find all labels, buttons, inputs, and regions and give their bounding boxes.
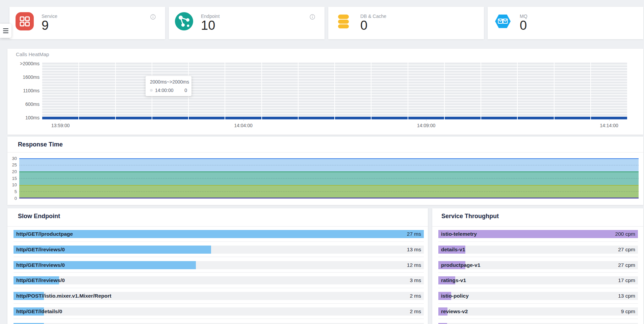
response-time-y-label: 0 [7,196,17,201]
response-time-y-label: 20 [7,169,17,174]
heatmap-x-label: 14:14:00 [589,123,629,128]
heatmap-x-label: 13:59:00 [40,123,81,128]
service-row: reviews-v29 cpm [438,307,638,316]
service-card-value: 9 [42,18,49,33]
heatmap-column-gap [298,63,299,119]
endpoint-row: http/GET//productpage27 ms [14,230,424,238]
service-card: Service 9 [9,7,165,39]
heatmap-y-label: 600ms [7,101,40,107]
bar-value: 3 ms [410,276,421,284]
slow-endpoint-rows: http/GET//productpage27 mshttp/GET//revi… [14,230,424,324]
response-time-title: Response Time [18,141,63,148]
service-throughput-title: Service Throughput [441,213,499,220]
endpoint-row: http/GET//reviews/012 ms [14,261,424,269]
response-time-y-label: 30 [7,156,17,161]
endpoint-network-icon [175,12,193,30]
bar-value: 9 cpm [621,307,635,316]
divider [7,226,428,227]
bar-value: 13 ms [407,246,421,254]
bar-label: details-v1 [441,246,465,254]
axis-tick [60,120,61,121]
bar [14,230,424,238]
info-icon[interactable] [150,14,156,20]
heatmap-column-gap [115,63,116,119]
service-grid-icon [16,12,34,30]
service-row: istio-telemetry200 cpm [438,230,638,238]
bar-value: 13 cpm [618,292,635,300]
response-time-y-label: 25 [7,162,17,167]
bar-label: http/GET//reviews/0 [16,261,65,269]
tooltip-time: 14:00:00 [155,88,174,93]
slow-endpoint-title: Slow Endpoint [18,213,60,220]
calls-heatmap-title: Calls HeatMap [16,51,49,57]
heatmap-y-label: >2000ms [7,61,40,66]
dashboard-page: { "page": { "background": "#eef0f3" }, "… [0,0,644,324]
gridline [19,191,639,192]
database-icon [334,12,353,30]
tooltip-bucket-range: 2000ms~>2000ms [150,79,187,85]
tooltip-series-dot [150,89,153,92]
tooltip-value: 0 [184,88,187,93]
endpoint-row: http/POST//istio.mixer.v1.Mixer/Report2 … [14,292,424,300]
menu-toggle-button[interactable] [0,24,11,38]
gridline [19,165,639,165]
service-row: productpage-v127 cpm [438,261,638,269]
endpoint-row: http/GET//details/02 ms [14,307,424,316]
slow-endpoint-panel: Slow Endpoint http/GET//productpage27 ms… [7,208,428,324]
baseline [19,198,639,199]
response-time-y-label: 15 [7,176,17,181]
gridline [19,178,639,179]
endpoint-card-value: 10 [201,18,215,33]
axis-tick [426,120,427,121]
response-time-y-label: 5 [7,189,17,194]
bar-track [438,307,638,316]
heatmap-column-gap [590,63,591,119]
bar-value: 27 ms [407,230,421,238]
bar-label: http/GET//reviews/0 [16,246,65,254]
bar-label: istio-policy [441,292,469,300]
heatmap-column-gap [554,63,555,119]
bar-value: 2 ms [410,307,421,316]
bar-track [14,276,424,284]
bar-label: productpage-v1 [441,261,480,269]
bar-label: http/GET//productpage [16,230,73,238]
bar-label: ratings-v1 [441,276,466,284]
service-throughput-panel: Service Throughput istio-telemetry200 cp… [432,208,643,324]
mq-card: MQ 0 [488,7,643,39]
axis-tick [243,120,244,121]
axis-tick [609,120,610,121]
heatmap-x-label: 14:09:00 [406,123,446,128]
heatmap-x-label: 14:04:00 [223,123,264,128]
heatmap-column-gap [78,63,79,119]
heatmap-tooltip: 2000ms~>2000ms 14:00:00 0 [146,76,191,96]
heatmap-column-gap [444,63,445,119]
calls-heatmap-panel: Calls HeatMap 2000ms~>2000ms 14:00:00 0 … [7,49,643,135]
bar-label: istio-telemetry [441,230,477,238]
bar-label: http/GET//reviews/0 [16,276,65,284]
heatmap-column-gap [481,63,481,119]
response-time-plot[interactable] [19,158,639,198]
mq-card-value: 0 [520,18,527,33]
db-cache-card-value: 0 [360,18,367,33]
bar-label: http/GET//details/0 [16,307,62,316]
stat-cards-row: Service 9 Endpoint 10 [9,7,643,39]
heatmap-column-gap [261,63,262,119]
heatmap-column-gap [334,63,335,119]
info-icon[interactable] [310,14,315,20]
service-throughput-rows: istio-telemetry200 cpmdetails-v127 cpmpr… [438,230,638,324]
bar-track [438,246,638,254]
bar-label: http/POST//istio.mixer.v1.Mixer/Report [16,292,111,300]
bar-value: 200 cpm [615,230,635,238]
endpoint-row: http/GET//reviews/03 ms [14,276,424,284]
response-time-y-label: 10 [7,182,17,187]
endpoint-card: Endpoint 10 [169,7,325,39]
bar-value: 12 ms [407,261,421,269]
bar-value: 27 cpm [618,261,635,269]
heatmap-column-gap [371,63,371,119]
heatmap-y-label: 100ms [7,115,40,120]
heatmap-column-gap [517,63,518,119]
heatmap-plot[interactable] [42,63,627,119]
db-cache-card: DB & Cache 0 [328,7,484,39]
divider [432,226,643,227]
heatmap-column-gap [408,63,408,119]
